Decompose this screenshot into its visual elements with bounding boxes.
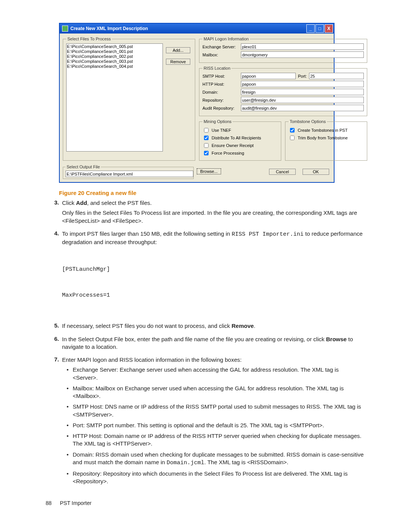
riss-group: RISS Location SMTP Host: Port: HTTP Host… [199,66,367,116]
bullet-item: Exchange Server: Exchange server used wh… [66,366,365,382]
step-text: In the Select Output File box, enter the… [62,335,365,351]
ensure-owner-checkbox[interactable] [204,143,209,148]
repo-input[interactable] [241,97,364,103]
http-label: HTTP Host: [202,82,239,86]
figure-caption: Figure 20 Creating a new file [59,190,365,196]
code-block: [PSTLaunchMgr] MaxProcesses=1 [62,248,365,317]
repo-label: Repository: [202,98,239,102]
use-tnef-checkbox[interactable] [204,128,209,133]
force-label: Force Processing [212,151,244,155]
ensure-owner-label: Ensure Owner Receipt [212,143,254,148]
distribute-checkbox[interactable] [204,136,209,140]
smtp-label: SMTP Host: [202,74,239,78]
bullet-item: SMTP Host: DNS name or IP address of the… [66,403,365,419]
step-number: 5. [46,322,62,332]
smtp-input[interactable] [241,73,296,79]
step-number: 3. [46,199,62,227]
list-item[interactable]: E:\Pico\ComplianceSearch_002.pst [67,54,162,59]
use-tnef-label: Use TNEF [212,128,231,133]
tombstone-group: Tombstone Options Create Tombstones in P… [285,119,367,161]
step-number: 7. [46,356,62,489]
bullet-item: HTTP Host: Domain name or IP address of … [66,432,365,448]
create-tombstone-checkbox[interactable] [290,128,295,133]
dialog-window: Create New XML Import Description _ □ X … [59,23,335,183]
bullet-item: Domain: RISS domain used when checking f… [66,451,365,467]
output-input[interactable] [65,171,193,177]
list-item[interactable]: E:\Pico\ComplianceSearch_004.pst [67,64,162,69]
tombstone-legend: Tombstone Options [288,119,327,124]
step-text: If necessary, select PST files you do no… [62,322,365,330]
remove-button[interactable]: Remove [166,59,190,65]
force-checkbox[interactable] [204,151,209,155]
minimize-button[interactable]: _ [306,24,315,33]
create-tombstone-label: Create Tombstones in PST [298,128,347,133]
output-group: Select Output File [63,165,194,179]
http-input[interactable] [241,81,364,87]
list-item[interactable]: E:\Pico\ComplianceSearch_005.pst [67,44,162,49]
step-text: To import PST files larger than 150 MB, … [62,230,365,246]
mining-group: Mining Options Use TNEF Distribute To Al… [199,119,281,161]
audit-label: Audit Repository: [202,106,239,110]
window-title: Create New XML Import Description [70,26,148,31]
step-text: Enter MAPI logon and RISS location infor… [62,356,365,364]
list-item[interactable]: E:\Pico\ComplianceSearch_003.pst [67,59,162,64]
files-listbox[interactable]: E:\Pico\ComplianceSearch_005.pst E:\Pico… [66,43,163,152]
domain-input[interactable] [241,89,364,95]
exchange-label: Exchange Server: [202,45,239,49]
page-footer: 88 PST Importer [46,500,365,506]
step-number: 4. [46,230,62,320]
mapi-group: MAPI Logon Information Exchange Server: … [199,37,367,63]
audit-input[interactable] [241,105,364,111]
browse-button[interactable]: Browse... [197,168,221,174]
close-button[interactable]: X [325,24,333,33]
page-number: 88 [46,500,52,506]
mailbox-label: Mailbox: [202,53,239,57]
select-files-group: Select Files To Process E:\Pico\Complian… [63,37,195,161]
bullet-item: Repository: Repository into which docume… [66,470,365,486]
cancel-button[interactable]: Cancel [269,169,296,175]
app-icon [62,26,68,32]
step-text: Click Add, and select the PST files. [62,199,365,207]
ok-button[interactable]: OK [303,169,329,175]
mining-legend: Mining Options [202,119,233,124]
bullet-item: Mailbox: Mailbox on Exchange server used… [66,385,365,400]
distribute-label: Distribute To All Recipients [212,136,261,140]
exchange-input[interactable] [241,43,364,50]
domain-label: Domain: [202,90,239,94]
step-text: Only files in the Select Files To Proces… [62,209,365,225]
add-button[interactable]: Add... [166,47,190,53]
maximize-button[interactable]: □ [315,24,324,33]
select-files-legend: Select Files To Process [66,37,112,41]
section-title: PST Importer [60,500,91,506]
output-legend: Select Output File [65,165,101,169]
port-input[interactable] [309,73,364,79]
mapi-legend: MAPI Logon Information [202,37,250,41]
list-item[interactable]: E:\Pico\ComplianceSearch_001.pst [67,49,162,54]
trim-body-checkbox[interactable] [290,136,295,140]
port-label: Port: [298,74,307,78]
bullet-item: Port: SMTP port number. This setting is … [66,422,365,429]
riss-legend: RISS Location [202,66,231,70]
step-number: 6. [46,335,62,353]
titlebar: Create New XML Import Description _ □ X [60,24,334,34]
mailbox-input[interactable] [241,51,364,58]
trim-body-label: Trim Body from Tombstone [298,136,347,140]
